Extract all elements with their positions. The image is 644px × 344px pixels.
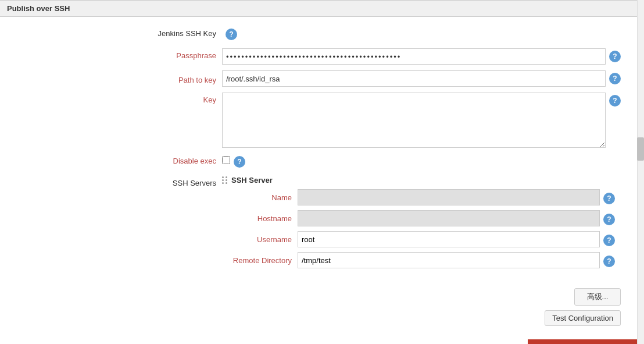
scrollbar-thumb[interactable] [637, 137, 644, 161]
ssh-username-label: Username [228, 235, 298, 244]
ssh-hostname-label: Hostname [228, 214, 298, 223]
ssh-name-label: Name [228, 193, 298, 202]
ssh-server-header: SSH Server [222, 176, 637, 185]
ssh-hostname-row: Hostname ? [228, 210, 637, 226]
ssh-username-input[interactable] [298, 231, 600, 247]
jenkins-ssh-key-help-icon[interactable]: ? [226, 29, 237, 40]
key-textarea[interactable] [222, 93, 606, 148]
ssh-name-input[interactable] [298, 189, 600, 205]
ssh-remote-dir-row: Remote Directory ? [228, 252, 637, 268]
key-label: Key [7, 93, 222, 104]
ssh-username-row: Username ? [228, 231, 637, 247]
form-area: Jenkins SSH Key ? Passphrase ? Path to k… [0, 22, 644, 283]
passphrase-row: Passphrase ? [7, 48, 637, 65]
section-header: Publish over SSH [0, 0, 644, 17]
page-wrapper: Publish over SSH Jenkins SSH Key ? Passp… [0, 0, 644, 344]
drag-handle-icon[interactable] [222, 176, 228, 184]
disable-exec-help-icon[interactable]: ? [234, 156, 245, 168]
ssh-hostname-help-icon[interactable]: ? [603, 214, 615, 225]
disable-exec-control: ? [222, 154, 637, 168]
ssh-remote-dir-input[interactable] [298, 252, 600, 268]
ssh-servers-control: SSH Server Name ? Hostname [222, 176, 637, 273]
ssh-server-block: SSH Server Name ? Hostname [222, 176, 637, 273]
red-bar [528, 339, 644, 344]
ssh-server-title: SSH Server [231, 176, 273, 185]
path-to-key-row: Path to key ? [7, 70, 637, 87]
passphrase-control: ? [222, 48, 637, 65]
path-to-key-label: Path to key [7, 73, 222, 84]
disable-exec-checkbox[interactable] [222, 156, 230, 164]
buttons-area: 高级... Test Configuration [0, 283, 644, 331]
section-title: Publish over SSH [7, 4, 70, 13]
disable-exec-checkbox-wrap [222, 154, 230, 164]
path-to-key-input[interactable] [222, 70, 606, 87]
ssh-username-help-icon[interactable]: ? [603, 235, 615, 246]
passphrase-input[interactable] [222, 48, 606, 65]
passphrase-help-icon[interactable]: ? [609, 51, 621, 62]
key-help-icon[interactable]: ? [609, 95, 621, 107]
ssh-servers-label: SSH Servers [7, 176, 222, 187]
path-to-key-control: ? [222, 70, 637, 87]
ssh-server-fields: Name ? Hostname ? Username [222, 189, 637, 268]
advanced-button[interactable]: 高级... [574, 288, 621, 306]
jenkins-ssh-key-control: ? [222, 26, 637, 40]
disable-exec-row: Disable exec ? [7, 154, 637, 170]
key-control: ? [222, 93, 637, 148]
jenkins-ssh-key-row: Jenkins SSH Key ? [7, 26, 637, 42]
path-to-key-help-icon[interactable]: ? [609, 73, 621, 84]
jenkins-ssh-key-label: Jenkins SSH Key [7, 26, 222, 38]
ssh-name-row: Name ? [228, 189, 637, 205]
passphrase-label: Passphrase [7, 48, 222, 60]
disable-exec-label: Disable exec [7, 154, 222, 165]
ssh-remote-dir-label: Remote Directory [228, 256, 298, 265]
ssh-remote-dir-help-icon[interactable]: ? [603, 256, 615, 267]
scrollbar-track [637, 0, 644, 344]
ssh-servers-row: SSH Servers SSH Server [7, 176, 637, 273]
test-configuration-button[interactable]: Test Configuration [545, 310, 621, 326]
ssh-hostname-input[interactable] [298, 210, 600, 226]
key-row: Key ? [7, 93, 637, 148]
ssh-name-help-icon[interactable]: ? [603, 193, 615, 204]
